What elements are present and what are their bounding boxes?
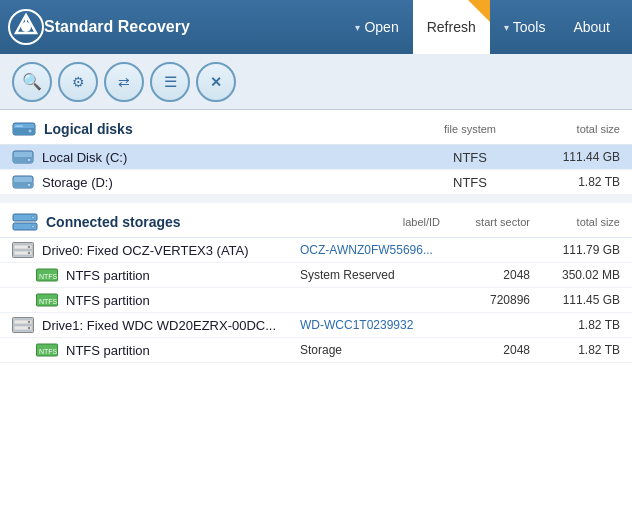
ntfs-partition-1-sector: 720896 — [440, 293, 530, 307]
drive0-size: 111.79 GB — [530, 243, 620, 257]
svg-point-21 — [28, 246, 30, 248]
copy-icon: ⇄ — [118, 74, 130, 90]
drive0-label: OCZ-AWNZ0FW55696... — [300, 243, 440, 257]
search-icon: 🔍 — [22, 72, 42, 91]
ntfs-partition-1-row[interactable]: NTFS NTFS partition 720896 111.45 GB — [0, 288, 632, 313]
svg-point-15 — [32, 216, 35, 219]
ntfs-partition-2-icon: NTFS — [36, 342, 58, 358]
label-column-header: label/ID — [300, 216, 440, 228]
local-disk-c-row[interactable]: Local Disk (C:) NTFS 111.44 GB — [0, 145, 632, 170]
search-button[interactable]: 🔍 — [12, 62, 52, 102]
svg-text:NTFS: NTFS — [39, 348, 58, 355]
menu-about[interactable]: About — [559, 0, 624, 54]
ntfs-partition-0-row[interactable]: NTFS NTFS partition System Reserved 2048… — [0, 263, 632, 288]
connected-storages-title: Connected storages — [46, 214, 300, 230]
list-button[interactable]: ☰ — [150, 62, 190, 102]
main-content: Logical disks file system total size Loc… — [0, 110, 632, 508]
svg-point-6 — [28, 129, 32, 133]
ntfs-partition-0-size: 350.02 MB — [530, 268, 620, 282]
drive0-icon — [12, 242, 34, 258]
ntfs-partition-2-row[interactable]: NTFS NTFS partition Storage 2048 1.82 TB — [0, 338, 632, 363]
menu-refresh[interactable]: Refresh — [413, 0, 490, 54]
ntfs-partition-0-icon: NTFS — [36, 267, 58, 283]
menu-tools[interactable]: ▾ Tools — [490, 0, 560, 54]
analyze-icon: ⚙ — [72, 74, 85, 90]
list-icon: ☰ — [164, 73, 177, 91]
local-disk-c-size: 111.44 GB — [530, 150, 620, 164]
size-column-header: total size — [530, 123, 620, 135]
tools-arrow-icon: ▾ — [504, 22, 509, 33]
ntfs-partition-2-size: 1.82 TB — [530, 343, 620, 357]
app-logo-icon — [8, 9, 44, 45]
ntfs-partition-2-name: NTFS partition — [66, 343, 300, 358]
ntfs-partition-0-name: NTFS partition — [66, 268, 300, 283]
connected-storages-icon — [12, 213, 38, 231]
open-arrow-icon: ▾ — [355, 22, 360, 33]
drive1-icon — [12, 317, 34, 333]
copy-button[interactable]: ⇄ — [104, 62, 144, 102]
drive1-size: 1.82 TB — [530, 318, 620, 332]
svg-point-10 — [27, 158, 31, 162]
svg-point-17 — [32, 225, 35, 228]
connected-storages-header: Connected storages label/ID start sector… — [0, 203, 632, 238]
svg-point-31 — [28, 327, 30, 329]
logical-disks-icon — [12, 120, 36, 138]
analyze-button[interactable]: ⚙ — [58, 62, 98, 102]
svg-point-22 — [28, 252, 30, 254]
storage-d-icon — [12, 174, 34, 190]
ntfs-partition-0-label: System Reserved — [300, 268, 440, 282]
storage-d-row[interactable]: Storage (D:) NTFS 1.82 TB — [0, 170, 632, 195]
drive0-name: Drive0: Fixed OCZ-VERTEX3 (ATA) — [42, 243, 300, 258]
storage-d-fs: NTFS — [410, 175, 530, 190]
close-icon: ✕ — [210, 74, 222, 90]
close-button[interactable]: ✕ — [196, 62, 236, 102]
ntfs-partition-1-name: NTFS partition — [66, 293, 300, 308]
drive1-name: Drive1: Fixed WDC WD20EZRX-00DC... — [42, 318, 300, 333]
svg-text:NTFS: NTFS — [39, 298, 58, 305]
svg-text:NTFS: NTFS — [39, 273, 58, 280]
local-disk-c-fs: NTFS — [410, 150, 530, 165]
local-disk-c-name: Local Disk (C:) — [42, 150, 410, 165]
svg-point-13 — [27, 183, 31, 187]
menu-bar: ▾ Open Refresh ▾ Tools About — [341, 0, 624, 54]
ntfs-partition-2-label: Storage — [300, 343, 440, 357]
ntfs-partition-1-icon: NTFS — [36, 292, 58, 308]
title-bar: Standard Recovery ▾ Open Refresh ▾ Tools… — [0, 0, 632, 54]
svg-point-30 — [28, 321, 30, 323]
cs-size-column-header: total size — [530, 216, 620, 228]
section-divider — [0, 195, 632, 203]
toolbar: 🔍 ⚙ ⇄ ☰ ✕ — [0, 54, 632, 110]
svg-rect-7 — [15, 126, 23, 128]
logical-disks-header: Logical disks file system total size — [0, 110, 632, 145]
storage-d-size: 1.82 TB — [530, 175, 620, 189]
ntfs-partition-2-sector: 2048 — [440, 343, 530, 357]
drive1-label: WD-WCC1T0239932 — [300, 318, 440, 332]
local-disk-c-icon — [12, 149, 34, 165]
ntfs-partition-0-sector: 2048 — [440, 268, 530, 282]
fs-column-header: file system — [410, 123, 530, 135]
drive1-row[interactable]: Drive1: Fixed WDC WD20EZRX-00DC... WD-WC… — [0, 313, 632, 338]
ntfs-partition-1-size: 111.45 GB — [530, 293, 620, 307]
drive0-row[interactable]: Drive0: Fixed OCZ-VERTEX3 (ATA) OCZ-AWNZ… — [0, 238, 632, 263]
sector-column-header: start sector — [440, 216, 530, 228]
app-title: Standard Recovery — [44, 18, 341, 36]
storage-d-name: Storage (D:) — [42, 175, 410, 190]
logical-disks-title: Logical disks — [44, 121, 410, 137]
svg-point-2 — [21, 22, 31, 32]
menu-open[interactable]: ▾ Open — [341, 0, 412, 54]
